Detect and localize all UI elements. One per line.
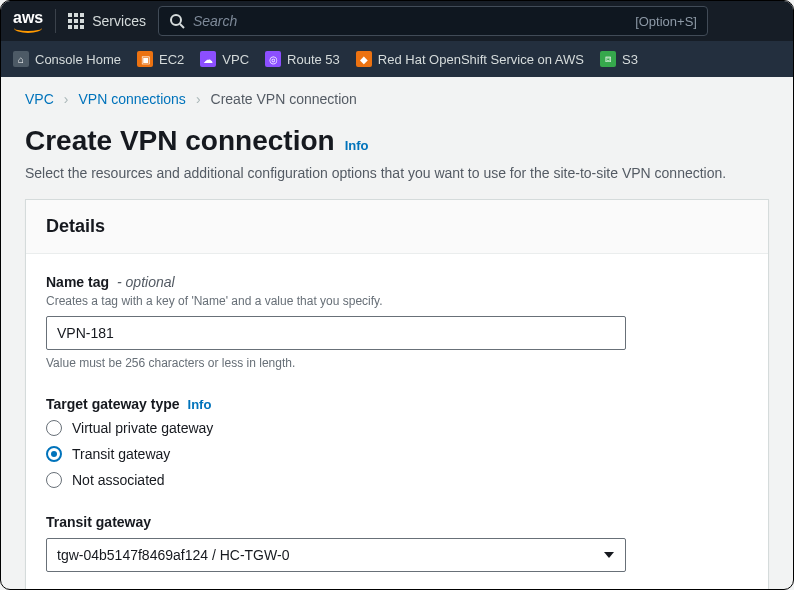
top-nav: aws Services [Option+S] [1,1,793,41]
svc-s3[interactable]: ⧈ S3 [600,51,638,67]
s3-icon: ⧈ [600,51,616,67]
svc-route53[interactable]: ◎ Route 53 [265,51,340,67]
search-input[interactable] [193,13,627,29]
svc-rosa[interactable]: ◆ Red Hat OpenShift Service on AWS [356,51,584,67]
name-tag-constraint: Value must be 256 characters or less in … [46,356,748,370]
transit-gateway-label-text: Transit gateway [46,514,151,530]
details-panel: Details Name tag - optional Creates a ta… [25,199,769,590]
breadcrumb-vpc[interactable]: VPC [25,91,54,107]
radio-label: Virtual private gateway [72,420,213,436]
console-home-icon: ⌂ [13,51,29,67]
rosa-icon: ◆ [356,51,372,67]
radio-not-associated[interactable]: Not associated [46,472,748,488]
svc-ec2[interactable]: ▣ EC2 [137,51,184,67]
svc-label: Red Hat OpenShift Service on AWS [378,52,584,67]
transit-gateway-select-value: tgw-04b5147f8469af124 / HC-TGW-0 [46,538,626,572]
services-menu-button[interactable]: Services [68,13,146,29]
nav-divider [55,9,56,33]
name-tag-desc: Creates a tag with a key of 'Name' and a… [46,294,748,308]
radio-icon [46,472,62,488]
page-title: Create VPN connection Info [25,125,769,157]
panel-body: Name tag - optional Creates a tag with a… [26,254,768,590]
optional-text: - optional [117,274,175,290]
target-gateway-label: Target gateway type Info [46,396,748,412]
chevron-right-icon: › [196,91,201,107]
panel-header: Details [26,200,768,254]
target-gateway-label-text: Target gateway type [46,396,180,412]
breadcrumb: VPC › VPN connections › Create VPN conne… [25,91,769,107]
page-title-text: Create VPN connection [25,125,335,157]
name-tag-label-text: Name tag [46,274,109,290]
svc-label: S3 [622,52,638,67]
svc-label: Route 53 [287,52,340,67]
radio-icon [46,420,62,436]
vpc-icon: ☁ [200,51,216,67]
radio-transit-gateway[interactable]: Transit gateway [46,446,748,462]
aws-logo[interactable]: aws [13,9,43,33]
service-favorites-bar: ⌂ Console Home ▣ EC2 ☁ VPC ◎ Route 53 ◆ … [1,41,793,77]
breadcrumb-current: Create VPN connection [211,91,357,107]
route53-icon: ◎ [265,51,281,67]
info-link[interactable]: Info [188,397,212,412]
info-link[interactable]: Info [345,138,369,153]
page-content: VPC › VPN connections › Create VPN conne… [1,77,793,590]
chevron-down-icon [604,552,614,558]
aws-smile-icon [14,23,42,33]
svc-vpc[interactable]: ☁ VPC [200,51,249,67]
radio-label: Transit gateway [72,446,170,462]
radio-icon [46,446,62,462]
svc-label: EC2 [159,52,184,67]
breadcrumb-vpn-connections[interactable]: VPN connections [78,91,185,107]
radio-virtual-private-gateway[interactable]: Virtual private gateway [46,420,748,436]
services-grid-icon [68,13,84,29]
radio-label: Not associated [72,472,165,488]
svg-line-1 [180,24,184,28]
services-label: Services [92,13,146,29]
search-kbd-hint: [Option+S] [635,14,697,29]
name-tag-input[interactable] [46,316,626,350]
svc-label: VPC [222,52,249,67]
page-subtitle: Select the resources and additional conf… [25,165,769,181]
search-icon [169,13,185,29]
ec2-icon: ▣ [137,51,153,67]
name-tag-label: Name tag - optional [46,274,748,290]
transit-gateway-label: Transit gateway [46,514,748,530]
transit-gateway-select[interactable]: tgw-04b5147f8469af124 / HC-TGW-0 [46,538,626,572]
chevron-right-icon: › [64,91,69,107]
svc-console-home[interactable]: ⌂ Console Home [13,51,121,67]
svg-point-0 [171,15,181,25]
target-gateway-radio-group: Virtual private gateway Transit gateway … [46,420,748,488]
global-search[interactable]: [Option+S] [158,6,708,36]
svc-label: Console Home [35,52,121,67]
